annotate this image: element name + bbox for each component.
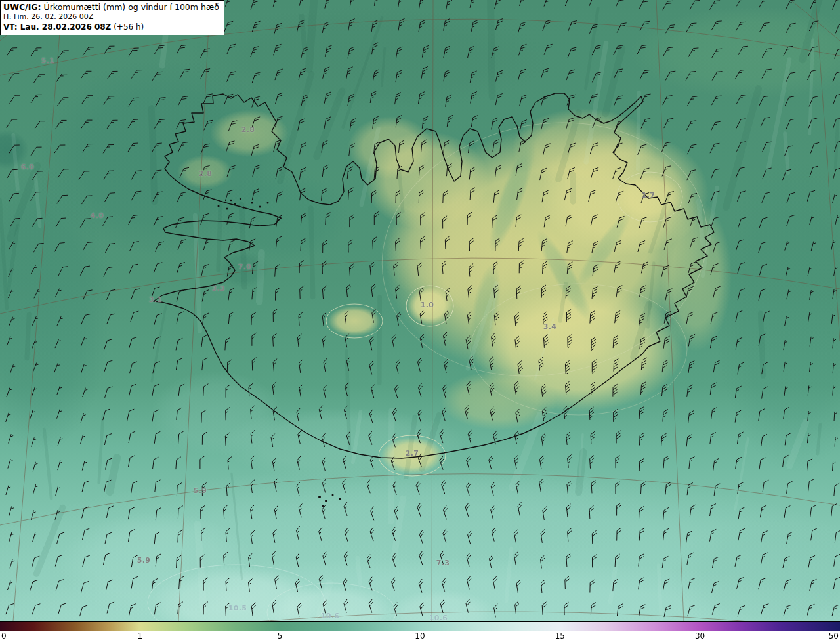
wind-barbs	[6, 0, 840, 617]
valid-time: VT: Lau. 28.02.2026 08Z	[3, 22, 111, 32]
island	[332, 494, 334, 496]
graticule-line	[13, 0, 62, 621]
wind-barb-strokes	[6, 0, 840, 617]
island	[325, 500, 327, 502]
graticule-line	[656, 0, 684, 621]
island	[230, 200, 232, 201]
colorbar-gradient	[0, 622, 840, 631]
precip-contour	[471, 284, 687, 415]
graticule-line	[0, 612, 840, 621]
colorbar-tick-30: 30	[695, 631, 705, 641]
island	[318, 496, 321, 498]
valid-offset: (+56 h)	[114, 22, 144, 32]
island	[322, 505, 324, 507]
colorbar: 01510153050	[0, 622, 840, 642]
precip-contour	[617, 172, 682, 222]
valid-time-line: VT: Lau. 28.02.2026 08Z (+56 h)	[3, 22, 219, 33]
island	[339, 498, 341, 500]
graticule-line	[816, 0, 840, 341]
island	[240, 198, 241, 200]
init-time-line: IT: Fim. 26. 02. 2026 00Z	[3, 12, 219, 22]
island	[234, 203, 236, 205]
weather-map-page: 5.16.02.82.84.07.03.33.11.01.73.42.75.95…	[0, 0, 840, 642]
graticule-line	[0, 474, 840, 525]
model-label: UWC/IG:	[3, 2, 41, 12]
colorbar-tick-50: 50	[829, 631, 839, 641]
title-box: UWC/IG: Úrkomumætti (mm) og vindur í 100…	[0, 0, 224, 35]
island	[243, 207, 245, 209]
island	[259, 206, 261, 208]
map-area: 5.16.02.82.84.07.03.33.11.01.73.42.75.95…	[0, 0, 840, 622]
precip-contour	[358, 93, 731, 406]
island	[267, 202, 269, 204]
colorbar-tick-5: 5	[278, 631, 283, 641]
map-overlay	[0, 0, 840, 621]
precip-contour	[326, 304, 383, 338]
graticule-line	[432, 0, 433, 621]
island	[218, 205, 220, 207]
precip-contour	[406, 286, 453, 326]
title-line: UWC/IG: Úrkomumætti (mm) og vindur í 100…	[3, 2, 219, 12]
precip-contours	[148, 93, 731, 621]
map-title: Úrkomumætti (mm) og vindur í 100m hæð	[44, 2, 219, 12]
precip-contour	[379, 435, 446, 476]
island	[226, 208, 228, 210]
iceland-coastline	[154, 93, 714, 458]
colorbar-tick-10: 10	[415, 631, 425, 641]
precip-contour	[267, 583, 396, 621]
colorbar-tick-15: 15	[555, 631, 565, 641]
colorbar-tick-1: 1	[138, 631, 143, 641]
island	[251, 202, 253, 204]
graticule-lines	[0, 0, 840, 621]
colorbar-tick-0: 0	[1, 631, 7, 641]
graticule-line	[791, 0, 840, 41]
colorbar-ticks: 01510153050	[0, 631, 840, 642]
